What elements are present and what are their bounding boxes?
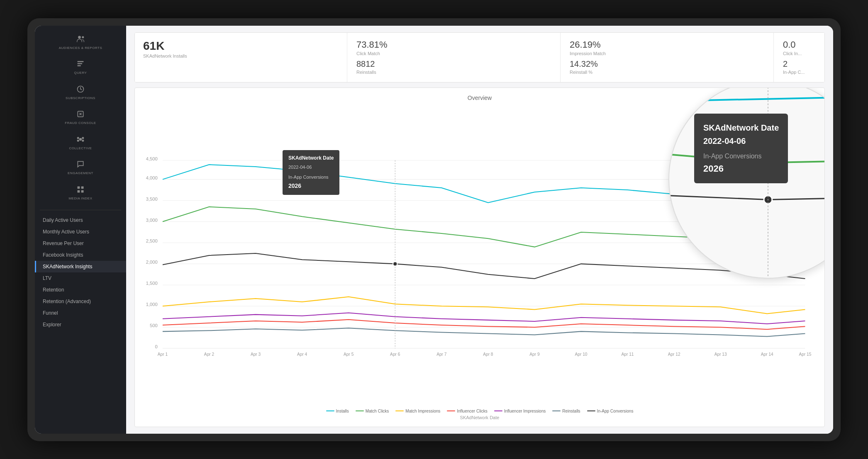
sidebar-item-subscriptions[interactable]: SUBSCRIPTIONS: [35, 79, 126, 104]
sidebar-label-media-index: MEDIA INDEX: [68, 197, 92, 201]
svg-text:Apr 5: Apr 5: [344, 352, 354, 357]
svg-text:Apr 11: Apr 11: [622, 352, 634, 357]
sidebar-item-query[interactable]: QUERY: [35, 54, 126, 79]
collective-icon: [75, 134, 86, 145]
inapp-value: 2: [783, 59, 788, 69]
svg-rect-14: [78, 190, 80, 193]
svg-text:2,000: 2,000: [146, 260, 158, 265]
nav-item-retention-advanced[interactable]: Retention (Advanced): [35, 296, 126, 307]
svg-point-1: [82, 36, 84, 38]
sidebar-item-engagement[interactable]: ENGAGEMENT: [35, 154, 126, 180]
nav-item-explorer[interactable]: Explorer: [35, 319, 126, 330]
stats-row: 61K SKAdNetwork Installs 73.81% Click Ma…: [134, 32, 825, 83]
stat-card-installs: 61K SKAdNetwork Installs: [135, 33, 347, 82]
svg-text:0: 0: [155, 344, 157, 349]
nav-item-facebook-insights[interactable]: Facebook Insights: [35, 249, 126, 261]
sidebar-item-media-index[interactable]: MEDIA INDEX: [35, 180, 126, 205]
nav-item-monthly-active[interactable]: Monthly Active Users: [35, 226, 126, 238]
reinstalls-value: 8812: [356, 59, 375, 69]
svg-point-8: [77, 137, 79, 139]
svg-text:4,000: 4,000: [146, 175, 158, 180]
click-match-label: Click Match: [356, 51, 380, 56]
legend-dot-match-impressions: [395, 410, 404, 411]
installs-value: 61K: [143, 40, 164, 52]
svg-text:1,000: 1,000: [146, 302, 158, 307]
svg-rect-4: [78, 65, 81, 66]
svg-text:2,500: 2,500: [146, 238, 158, 243]
nav-item-ltv[interactable]: LTV: [35, 272, 126, 284]
nav-item-revenue-per-user[interactable]: Revenue Per User: [35, 238, 126, 249]
nav-item-daily-active[interactable]: Daily Active Users: [35, 214, 126, 226]
impression-match-value: 26.19%: [570, 40, 601, 49]
svg-text:4,500: 4,500: [146, 156, 158, 161]
sidebar-label-engagement: ENGAGEMENT: [68, 171, 93, 175]
nav-group-main: Daily Active Users Monthly Active Users …: [35, 212, 126, 333]
click-match-value: 73.81%: [356, 40, 388, 49]
sidebar-label-fraud: FRAUD CONSOLE: [65, 121, 96, 125]
svg-point-11: [82, 140, 84, 142]
svg-text:Apr 3: Apr 3: [251, 352, 261, 357]
nav-item-funnel[interactable]: Funnel: [35, 307, 126, 319]
svg-text:Apr 8: Apr 8: [483, 352, 493, 357]
sidebar-divider: [40, 210, 121, 210]
svg-rect-13: [81, 187, 84, 189]
svg-text:Apr 6: Apr 6: [390, 352, 400, 357]
sidebar-label-subscriptions: SUBSCRIPTIONS: [66, 96, 95, 100]
engagement-icon: [75, 158, 86, 170]
audiences-icon: [75, 33, 86, 45]
svg-point-9: [82, 137, 84, 139]
fraud-icon: [75, 108, 86, 120]
sidebar-item-collective[interactable]: COLLECTIVE: [35, 129, 126, 155]
main-content: 61K SKAdNetwork Installs 73.81% Click Ma…: [126, 26, 833, 434]
reinstall-pct-value: 14.32%: [570, 59, 598, 69]
reinstalls-label: Reinstalls: [356, 70, 376, 75]
reinstall-pct-label: Reinstall %: [570, 70, 592, 75]
svg-rect-2: [78, 61, 84, 62]
legend-match-impressions: Match Impressions: [395, 409, 440, 413]
legend-dot-match-clicks: [356, 410, 364, 411]
zoom-tooltip-value: 2026: [703, 161, 779, 176]
svg-text:Apr 1: Apr 1: [158, 352, 168, 357]
svg-text:500: 500: [150, 323, 158, 328]
legend-dot-influencer-impressions: [494, 410, 502, 411]
zoom-tooltip: SKAdNetwork Date 2022-04-06 In-App Conve…: [694, 114, 788, 184]
svg-rect-15: [81, 190, 84, 193]
nav-item-skadnetwork-insights[interactable]: SKAdNetwork Insights: [35, 261, 126, 272]
media-index-icon: [75, 184, 86, 195]
svg-text:Apr 7: Apr 7: [436, 352, 447, 357]
svg-text:1,500: 1,500: [146, 281, 158, 286]
sidebar-label-collective: COLLECTIVE: [69, 146, 92, 151]
inapp-label: In-App C...: [783, 70, 805, 75]
zoom-tooltip-label: In-App Conversions: [703, 151, 779, 162]
svg-text:3,500: 3,500: [146, 196, 158, 201]
svg-point-10: [77, 140, 79, 142]
chart-legend: Installs Match Clicks Match Impressions …: [141, 409, 818, 413]
x-axis-label: SKAdNetwork Date: [141, 415, 818, 420]
legend-inapp-conversions: In-App Conversions: [587, 409, 634, 413]
click-in-label: Click In...: [783, 51, 802, 56]
svg-text:Apr 12: Apr 12: [668, 352, 680, 357]
svg-text:Apr 10: Apr 10: [575, 352, 588, 357]
nav-item-retention[interactable]: Retention: [35, 284, 126, 296]
impression-match-label: Impression Match: [570, 51, 606, 56]
sidebar-item-fraud[interactable]: FRAUD CONSOLE: [35, 104, 126, 129]
svg-rect-3: [78, 63, 83, 64]
legend-installs: Installs: [326, 409, 349, 413]
legend-dot-inapp-conversions: [587, 410, 595, 411]
svg-point-52: [393, 262, 397, 266]
svg-text:3,000: 3,000: [146, 217, 158, 222]
query-icon: [75, 58, 86, 70]
installs-label: SKAdNetwork Installs: [143, 53, 187, 58]
legend-match-clicks: Match Clicks: [356, 409, 389, 413]
device-frame: AUDIENCES & REPORTS QUERY SUBSCRIPTIONS: [27, 18, 841, 441]
sidebar-label-query: QUERY: [74, 71, 87, 75]
legend-dot-influencer-clicks: [447, 410, 455, 411]
device-screen: AUDIENCES & REPORTS QUERY SUBSCRIPTIONS: [35, 26, 833, 434]
svg-text:Apr 9: Apr 9: [529, 352, 540, 357]
svg-point-7: [79, 138, 82, 141]
zoom-tooltip-title: SKAdNetwork Date: [703, 121, 779, 134]
legend-dot-reinstalls: [552, 410, 561, 411]
svg-text:Apr 15: Apr 15: [799, 352, 811, 357]
sidebar-item-audiences[interactable]: AUDIENCES & REPORTS: [35, 29, 126, 54]
stat-card-click-in: 0.0 Click In... 2 In-App C...: [775, 33, 824, 82]
